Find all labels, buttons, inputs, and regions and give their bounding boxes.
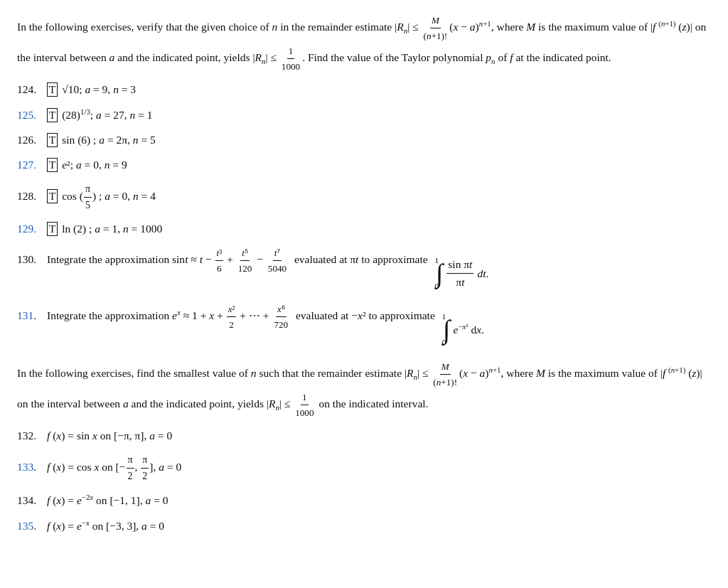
exercise-num-124: 124. — [17, 81, 44, 99]
exercise-list-top: 124. T √10; a = 9, n = 3 125. T (28)1/3;… — [17, 81, 711, 238]
exercise-item-133: 133. f (x) = cos x on [−π2, π2], a = 0 — [17, 452, 711, 485]
exercise-item-128: 128. T cos (π5) ; a = 0, n = 4 — [17, 181, 711, 214]
exercise-content-132: f (x) = sin x on [−π, π], a = 0 — [47, 427, 172, 445]
exercise-item-127: 127. T e²; a = 0, n = 9 — [17, 156, 711, 174]
exercise-content-127: e²; a = 0, n = 9 — [62, 156, 127, 174]
T-bracket-128: T — [47, 189, 58, 203]
exercise-item-135: 135. f (x) = e−x on [−3, 3], a = 0 — [17, 517, 711, 535]
exercise-num-131[interactable]: 131. — [17, 307, 44, 325]
T-bracket-127: T — [47, 158, 58, 172]
exercise-content-131: Integrate the approximation ex ≈ 1 + x +… — [47, 301, 484, 349]
T-bracket-129: T — [47, 222, 58, 236]
exercise-num-128: 128. — [17, 188, 44, 205]
exercise-content-126: sin (6) ; a = 2π, n = 5 — [62, 132, 156, 149]
exercise-item-130: 130. Integrate the approximation sint ≈ … — [17, 245, 711, 293]
exercise-num-129[interactable]: 129. — [17, 220, 44, 238]
exercise-item-125: 125. T (28)1/3; a = 27, n = 1 — [17, 106, 711, 124]
exercise-num-127[interactable]: 127. — [17, 156, 44, 174]
exercise-item-134: 134. f (x) = e−2x on [−1, 1], a = 0 — [17, 491, 711, 510]
exercise-content-125: (28)1/3; a = 27, n = 1 — [62, 106, 152, 124]
exercise-content-130: Integrate the approximation sint ≈ t − t… — [47, 245, 488, 293]
exercise-num-126: 126. — [17, 132, 44, 149]
exercise-content-129: ln (2) ; a = 1, n = 1000 — [62, 220, 162, 238]
exercise-content-128: cos (π5) ; a = 0, n = 4 — [62, 181, 156, 214]
exercise-num-133[interactable]: 133. — [17, 459, 44, 476]
exercise-item-129: 129. T ln (2) ; a = 1, n = 1000 — [17, 220, 711, 238]
T-bracket-124: T — [47, 82, 58, 97]
exercise-content-124: √10; a = 9, n = 3 — [62, 81, 136, 99]
exercise-num-132: 132. — [17, 427, 44, 445]
exercise-content-133: f (x) = cos x on [−π2, π2], a = 0 — [47, 452, 181, 485]
exercise-num-134: 134. — [17, 492, 44, 510]
intro-block-1: In the following exercises, verify that … — [17, 13, 711, 74]
exercise-num-130: 130. — [17, 251, 44, 269]
exercise-item-124: 124. T √10; a = 9, n = 3 — [17, 81, 711, 99]
exercise-num-135[interactable]: 135. — [17, 518, 44, 535]
exercise-item-131: 131. Integrate the approximation ex ≈ 1 … — [17, 301, 711, 349]
exercise-num-125[interactable]: 125. — [17, 107, 44, 124]
exercise-content-135: f (x) = e−x on [−3, 3], a = 0 — [47, 517, 164, 535]
exercise-item-126: 126. T sin (6) ; a = 2π, n = 5 — [17, 132, 711, 149]
T-bracket-125: T — [47, 108, 58, 122]
T-bracket-126: T — [47, 133, 58, 147]
intro-block-2: In the following exercises, find the sma… — [17, 359, 711, 420]
exercise-list-bottom: 132. f (x) = sin x on [−π, π], a = 0 133… — [17, 427, 711, 535]
exercise-content-134: f (x) = e−2x on [−1, 1], a = 0 — [47, 491, 168, 510]
exercise-item-132: 132. f (x) = sin x on [−π, π], a = 0 — [17, 427, 711, 445]
